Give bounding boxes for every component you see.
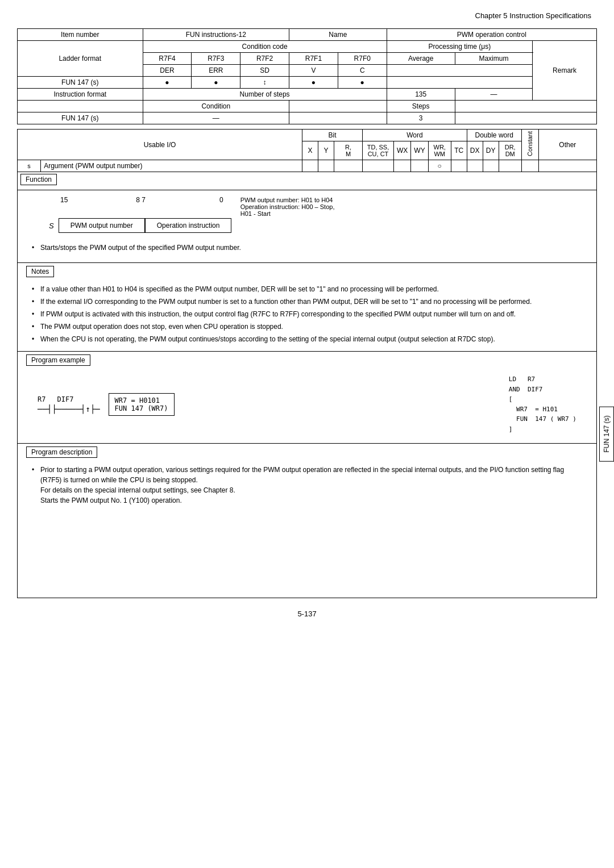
item-number-label: Item number — [18, 29, 143, 41]
bit-position-labels: 15 8 7 0 PWM output number: H01 to H04 O… — [26, 196, 588, 217]
v: V — [289, 65, 338, 77]
argument-row: s Argument (PWM output number) ○ — [18, 160, 597, 172]
r7f4: R7F4 — [143, 53, 192, 65]
steps-label: Steps — [387, 101, 455, 112]
bit-0: 0 — [219, 196, 223, 204]
dot3: ● — [289, 77, 338, 89]
dx-col: DX — [467, 141, 483, 160]
s-diagram-label: S — [49, 222, 54, 230]
arg-wy — [411, 160, 428, 172]
table-row-8: FUN 147 (s) — 3 — [18, 112, 597, 124]
operation-instruction-box: Operation instruction — [145, 218, 232, 233]
ladder-symbols: ──┤├── ── ─┤↑├─ — [38, 404, 100, 414]
program-desc-bullet-1: Prior to starting a PWM output operation… — [32, 464, 582, 507]
empty2 — [387, 77, 533, 89]
notes-label: Notes — [26, 266, 54, 277]
empty6 — [289, 112, 387, 124]
dif7-label: DIF7 — [57, 395, 73, 403]
tc-col: TC — [451, 141, 467, 160]
program-description-label: Program description — [26, 446, 97, 458]
program-example-label: Program example — [26, 354, 90, 366]
ladder-code-box: WR7 = H0101 FUN 147 (WR7) — [109, 393, 175, 416]
neg-contact: ─┤↑├─ — [76, 404, 99, 414]
wx-col: WX — [394, 141, 411, 160]
notes-section: Notes If a value other than H01 to H04 i… — [17, 263, 597, 352]
right-code-text: LD R7 AND DIF7 [ WR7 = H101 FUN 147 ( WR… — [509, 374, 576, 435]
arg-dr — [499, 160, 521, 172]
arg-const — [521, 160, 538, 172]
notes-bullet-3: If PWM output is activated with this ins… — [32, 308, 582, 320]
empty4 — [289, 101, 387, 112]
function-label: Function — [20, 174, 57, 185]
s-label: s — [18, 160, 41, 172]
x-col: X — [302, 141, 318, 160]
notes-bullets: If a value other than H01 to H04 is spec… — [26, 280, 588, 348]
table-row-1: Item number FUN instructions-12 Name PWM… — [18, 29, 597, 41]
bit-15: 15 — [60, 196, 68, 204]
number-of-steps: Number of steps — [143, 89, 387, 101]
dot1: ● — [143, 77, 192, 89]
steps-value: 135 — [387, 89, 455, 101]
pwm-output-box: PWM output number — [59, 218, 145, 233]
constant-rotated: Constant — [526, 131, 533, 156]
program-example-section: Program example R7 DIF7 ──┤├── ── ─┤↑├─ … — [17, 352, 597, 444]
notes-bullet-4: The PWM output operation does not stop, … — [32, 320, 582, 333]
arg-wm: ○ — [428, 160, 451, 172]
function-content: 15 8 7 0 PWM output number: H01 to H04 O… — [17, 190, 597, 263]
processing-time: Processing time (μs) — [387, 41, 533, 53]
arg-dx — [467, 160, 483, 172]
wr-wm-col: WR,WM — [428, 141, 451, 160]
dr-dm-col: DR,DM — [499, 141, 521, 160]
arg-r-m — [334, 160, 363, 172]
arg-y — [318, 160, 334, 172]
function-cell: Function — [18, 172, 597, 190]
condition-label: Condition — [143, 101, 289, 112]
program-description-section: Program description Prior to starting a … — [17, 444, 597, 598]
empty-processing — [387, 65, 533, 77]
pwm-diagram-row: S PWM output number Operation instructio… — [26, 218, 588, 233]
wire-left: ──┤├── — [38, 404, 67, 414]
r7f2: R7F2 — [240, 53, 289, 65]
function-row: Function — [18, 172, 597, 190]
other-header: Other — [538, 130, 596, 160]
remark: Remark — [533, 41, 597, 101]
dot4: ● — [338, 77, 387, 89]
spec-table: Item number FUN instructions-12 Name PWM… — [17, 28, 597, 124]
table-row-2: Ladder format Condition code Processing … — [18, 41, 597, 53]
chapter-title: Chapter 5 Instruction Specifications — [475, 11, 592, 20]
c: C — [338, 65, 387, 77]
arg-other — [538, 160, 596, 172]
constant-header: Constant — [521, 130, 538, 160]
table-row-5: FUN 147 (s) ● ● ↕ ● ● — [18, 77, 597, 89]
fun147s-label: FUN 147 (s) — [18, 77, 143, 89]
name-value: PWM operation control — [387, 29, 596, 41]
steps-dash: — — [455, 89, 532, 101]
sd: SD — [240, 65, 289, 77]
err: ERR — [192, 65, 240, 77]
page-footer: 5-137 — [17, 610, 597, 618]
arg-dy — [483, 160, 499, 172]
maximum: Maximum — [455, 53, 532, 65]
notes-bullet-2: If the external I/O corresponding to the… — [32, 295, 582, 308]
usable-io-table: Usable I/O Bit Word Double word Constant… — [17, 129, 597, 190]
r7f0: R7F0 — [338, 53, 387, 65]
notes-bullet-5: When the CPU is not operating, the PWM o… — [32, 333, 582, 345]
fun-instructions: FUN instructions-12 — [143, 29, 289, 41]
r7f3: R7F3 — [192, 53, 240, 65]
function-bullets: Starts/stops the PWM output of the speci… — [26, 239, 588, 257]
table-row-7: Condition Steps — [18, 101, 597, 112]
usable-io-label: Usable I/O — [18, 130, 302, 160]
wire-mid: ── — [67, 404, 76, 414]
empty7 — [455, 112, 596, 124]
arg-wx — [394, 160, 411, 172]
y-col: Y — [318, 141, 334, 160]
page-number: 5-137 — [297, 610, 316, 618]
arg-tc — [451, 160, 467, 172]
fun147s-2: FUN 147 (s) — [18, 112, 143, 124]
empty5 — [455, 101, 596, 112]
ladder-labels: R7 DIF7 ──┤├── ── ─┤↑├─ — [38, 395, 100, 414]
condition-code: Condition code — [143, 41, 387, 53]
double-word-header: Double word — [467, 130, 521, 141]
ladder-top-labels: R7 DIF7 — [38, 395, 73, 403]
name-label: Name — [289, 29, 387, 41]
